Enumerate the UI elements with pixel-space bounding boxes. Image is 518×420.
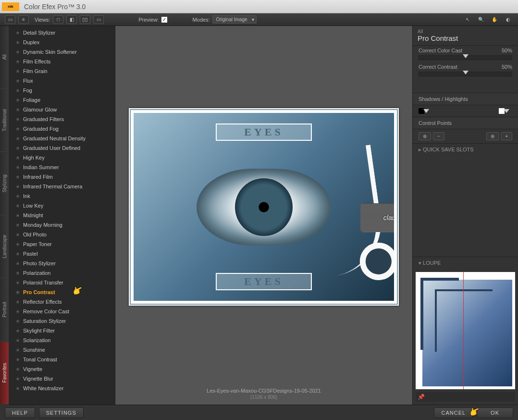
favorite-star-icon[interactable]: ★: [15, 212, 20, 219]
filter-list[interactable]: ★Detail Stylizer★Duplex★Dynamic Skin Sof…: [9, 26, 115, 405]
slider-knob[interactable]: [463, 71, 469, 74]
ok-button[interactable]: OK: [477, 408, 513, 418]
favorite-star-icon[interactable]: ★: [15, 241, 20, 247]
filter-item[interactable]: ★Old Photo: [9, 230, 115, 239]
loupe-pin-button[interactable]: 📌: [418, 394, 425, 400]
thumbnail-mode-b-button[interactable]: ≡: [18, 15, 29, 24]
preview-checkbox[interactable]: ✓: [161, 17, 167, 23]
filter-item[interactable]: ★Film Grain: [9, 66, 115, 76]
filter-item[interactable]: ★Film Effects: [9, 57, 115, 66]
filter-item[interactable]: ★Photo Stylizer: [9, 259, 115, 268]
favorite-star-icon[interactable]: ★: [15, 337, 20, 344]
cancel-button[interactable]: CANCEL: [434, 408, 473, 418]
filter-item[interactable]: ★Indian Summer: [9, 162, 115, 172]
view-single-button[interactable]: □: [53, 15, 63, 24]
favorite-star-icon[interactable]: ★: [15, 97, 20, 103]
filter-item[interactable]: ★Vignette Blur: [9, 374, 115, 383]
thumbnail-mode-a-button[interactable]: ▭: [5, 15, 15, 24]
favorite-star-icon[interactable]: ★: [15, 366, 20, 372]
filter-item[interactable]: ★Detail Stylizer: [9, 28, 115, 37]
filter-item[interactable]: ★Paper Toner: [9, 239, 115, 249]
category-tab-traditional[interactable]: Traditional: [0, 89, 9, 152]
favorite-star-icon[interactable]: ★: [15, 251, 20, 257]
favorite-star-icon[interactable]: ★: [15, 385, 20, 392]
favorite-star-icon[interactable]: ★: [15, 39, 20, 46]
view-side-button[interactable]: ▯▯: [80, 15, 90, 24]
view-split-button[interactable]: ◧: [66, 15, 77, 24]
favorite-star-icon[interactable]: ★: [15, 222, 20, 228]
favorite-star-icon[interactable]: ★: [15, 164, 20, 171]
cp-action-a-button[interactable]: ⊕: [486, 132, 499, 140]
favorite-star-icon[interactable]: ★: [15, 357, 20, 363]
filter-item[interactable]: ★Reflector Effects: [9, 297, 115, 307]
background-tool-icon[interactable]: ◐: [503, 15, 513, 24]
filter-item[interactable]: ★Polarization: [9, 268, 115, 278]
filter-item[interactable]: ★Skylight Filter: [9, 326, 115, 335]
favorite-star-icon[interactable]: ★: [15, 289, 20, 296]
filter-item[interactable]: ★Graduated Fog: [9, 124, 115, 134]
cp-action-b-button[interactable]: +: [501, 132, 512, 140]
filter-item[interactable]: ★Graduated User Defined: [9, 143, 115, 153]
arrow-tool-icon[interactable]: ↖: [462, 15, 473, 24]
filter-item[interactable]: ★High Key: [9, 153, 115, 162]
favorite-star-icon[interactable]: ★: [15, 347, 20, 353]
favorite-star-icon[interactable]: ★: [15, 260, 20, 267]
loupe-toggle[interactable]: LOUPE: [413, 257, 518, 269]
modes-select[interactable]: Original Image: [212, 15, 256, 24]
filter-item[interactable]: ★Monday Morning: [9, 220, 115, 230]
favorite-star-icon[interactable]: ★: [15, 270, 20, 276]
category-tab-stylizing[interactable]: Stylizing: [0, 152, 9, 215]
category-tab-portrait[interactable]: Portrait: [0, 278, 9, 341]
filter-item[interactable]: ★Polaroid Transfer: [9, 278, 115, 287]
favorite-star-icon[interactable]: ★: [15, 184, 20, 190]
favorite-star-icon[interactable]: ★: [15, 280, 20, 286]
quick-save-slots-toggle[interactable]: QUICK SAVE SLOTS: [413, 143, 518, 156]
filter-item[interactable]: ★Pastel: [9, 249, 115, 259]
favorite-star-icon[interactable]: ★: [15, 59, 20, 65]
settings-button[interactable]: SETTINGS: [39, 408, 84, 418]
help-button[interactable]: HELP: [5, 408, 35, 418]
favorite-star-icon[interactable]: ★: [15, 107, 20, 113]
favorite-star-icon[interactable]: ★: [15, 328, 20, 334]
favorite-star-icon[interactable]: ★: [15, 203, 20, 209]
add-control-point-button[interactable]: ⊕: [419, 132, 431, 140]
filter-item[interactable]: ★Midnight: [9, 210, 115, 220]
filter-item[interactable]: ★Tonal Contrast: [9, 355, 115, 364]
slider-track[interactable]: [419, 55, 512, 60]
filter-item[interactable]: ★Vignette: [9, 364, 115, 374]
favorite-star-icon[interactable]: ★: [15, 30, 20, 36]
category-tab-landscape[interactable]: Landscape: [0, 215, 9, 278]
slider-track[interactable]: [419, 72, 512, 76]
favorite-star-icon[interactable]: ★: [15, 174, 20, 180]
favorite-star-icon[interactable]: ★: [15, 49, 20, 55]
favorite-star-icon[interactable]: ★: [15, 299, 20, 305]
filter-item[interactable]: ★Foliage: [9, 95, 115, 105]
filter-item[interactable]: ★Infrared Film: [9, 172, 115, 182]
favorite-star-icon[interactable]: ★: [15, 155, 20, 161]
pan-tool-icon[interactable]: ✋: [489, 15, 500, 24]
filter-item[interactable]: ★Sunshine: [9, 345, 115, 355]
filter-item[interactable]: ★Graduated Neutral Density: [9, 134, 115, 143]
favorite-star-icon[interactable]: ★: [15, 126, 20, 132]
filter-item[interactable]: ★Infrared Thermal Camera: [9, 182, 115, 191]
zoom-tool-icon[interactable]: 🔍: [476, 15, 486, 24]
slider-knob[interactable]: [463, 54, 469, 58]
favorite-star-icon[interactable]: ★: [15, 376, 20, 382]
filter-item[interactable]: ★Graduated Filters: [9, 114, 115, 124]
filter-item[interactable]: ★Saturation Stylizer: [9, 316, 115, 326]
favorite-star-icon[interactable]: ★: [15, 116, 20, 123]
category-tab-all[interactable]: All: [0, 26, 9, 89]
filter-item[interactable]: ★Low Key: [9, 201, 115, 210]
remove-control-point-button[interactable]: −: [433, 132, 444, 140]
filter-item[interactable]: ★Solarization: [9, 335, 115, 345]
view-stack-button[interactable]: ▭: [93, 15, 104, 24]
favorite-star-icon[interactable]: ★: [15, 193, 20, 199]
favorite-star-icon[interactable]: ★: [15, 87, 20, 94]
filter-item[interactable]: ★Dynamic Skin Softener: [9, 47, 115, 57]
favorite-star-icon[interactable]: ★: [15, 318, 20, 324]
filter-item[interactable]: ★Pro Contrast👉: [9, 287, 115, 297]
filter-item[interactable]: ★White Neutralizer: [9, 383, 115, 393]
filter-item[interactable]: ★Remove Color Cast: [9, 307, 115, 316]
favorite-star-icon[interactable]: ★: [15, 78, 20, 84]
filter-item[interactable]: ★Flux: [9, 76, 115, 86]
